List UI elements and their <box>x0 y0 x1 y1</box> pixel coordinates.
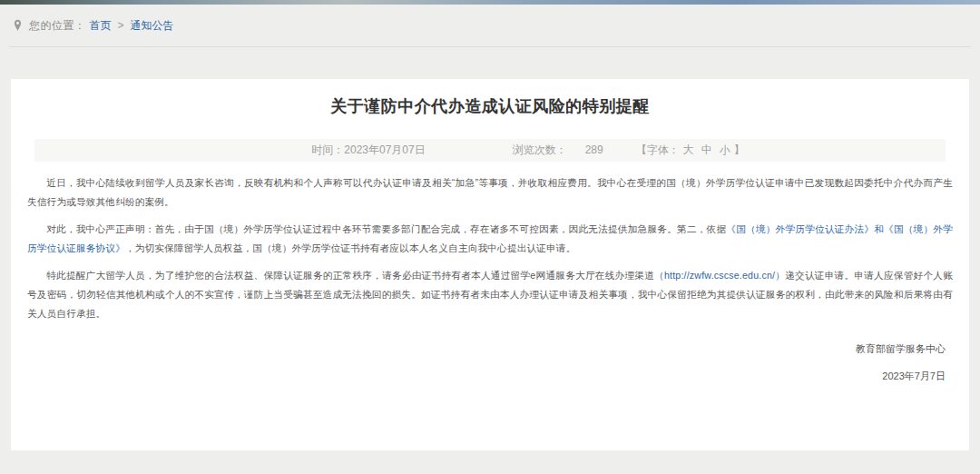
breadcrumb: 您的位置： 首页 > 通知公告 <box>9 5 971 47</box>
font-size-small-button[interactable]: 小 <box>720 143 730 158</box>
paragraph-text: ，为切实保障留学人员权益，国（境）外学历学位证书持有者应以本人名义自主向我中心提… <box>125 242 576 253</box>
inline-link[interactable]: （http://zwfw.cscse.edu.cn/） <box>654 270 785 281</box>
article-meta-bar: 时间：2023年07月07日 浏览次数：289 【字体： 大 中 小 】 <box>34 139 946 162</box>
meta-views-value: 289 <box>585 143 603 156</box>
page: 您的位置： 首页 > 通知公告 关于谨防中介代办造成认证风险的特别提醒 时间：2… <box>0 0 980 474</box>
signature-block: 教育部留学服务中心 2023年7月7日 <box>11 340 969 386</box>
font-size-large-button[interactable]: 大 <box>683 143 694 158</box>
signature-org: 教育部留学服务中心 <box>11 340 946 359</box>
page-title: 关于谨防中介代办造成认证风险的特别提醒 <box>11 95 969 118</box>
meta-time: 时间：2023年07月07日 <box>311 143 425 158</box>
font-size-control: 【字体： 大 中 小 】 <box>636 143 745 158</box>
font-size-medium-button[interactable]: 中 <box>701 143 712 158</box>
article-paragraph: 对此，我中心严正声明：首先，由于国（境）外学历学位认证过程中各环节需要多部门配合… <box>27 220 953 258</box>
meta-time-label: 时间： <box>311 143 344 156</box>
article-body: 近日，我中心陆续收到留学人员及家长咨询，反映有机构和个人声称可以代办认证申请及相… <box>27 173 953 323</box>
meta-time-value: 2023年07月07日 <box>344 143 425 156</box>
paragraph-text: 对此，我中心严正声明：首先，由于国（境）外学历学位认证过程中各环节需要多部门配合… <box>46 223 726 234</box>
meta-views: 浏览次数：289 <box>513 143 603 158</box>
meta-views-label: 浏览次数： <box>513 143 567 156</box>
breadcrumb-location-label: 您的位置： <box>29 18 86 34</box>
location-pin-icon <box>13 19 23 32</box>
font-control-suffix: 】 <box>734 143 745 158</box>
font-control-prefix: 【字体： <box>636 143 680 158</box>
article-card: 关于谨防中介代办造成认证风险的特别提醒 时间：2023年07月07日 浏览次数：… <box>11 79 969 450</box>
breadcrumb-link-notices[interactable]: 通知公告 <box>131 18 174 34</box>
paragraph-text: 近日，我中心陆续收到留学人员及家长咨询，反映有机构和个人声称可以代办认证申请及相… <box>27 177 953 207</box>
breadcrumb-link-home[interactable]: 首页 <box>90 18 112 34</box>
article-paragraph: 特此提醒广大留学人员，为了维护您的合法权益、保障认证服务的正常秩序，请务必由证书… <box>27 266 953 323</box>
article-paragraph: 近日，我中心陆续收到留学人员及家长咨询，反映有机构和个人声称可以代办认证申请及相… <box>27 173 953 212</box>
signature-date: 2023年7月7日 <box>11 367 946 386</box>
paragraph-text: 特此提醒广大留学人员，为了维护您的合法权益、保障认证服务的正常秩序，请务必由证书… <box>46 270 654 281</box>
breadcrumb-separator: > <box>118 19 124 32</box>
